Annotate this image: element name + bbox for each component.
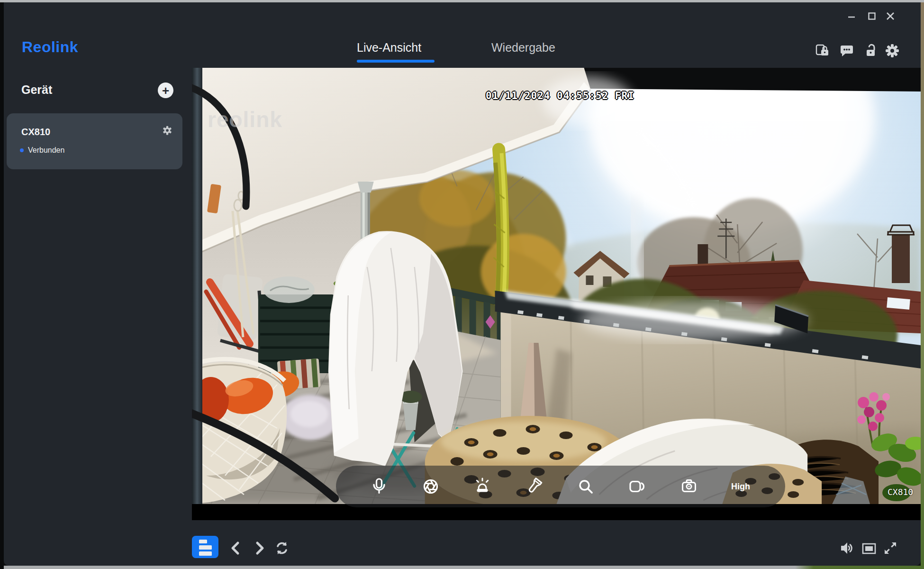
record-icon[interactable] <box>628 477 647 496</box>
minimize-button[interactable] <box>845 10 858 22</box>
status-text: Verbunden <box>28 146 64 155</box>
maximize-icon <box>867 11 877 21</box>
desktop-edge-bottom <box>4 566 924 569</box>
device-settings-button[interactable] <box>163 126 172 135</box>
reolink-logo: Reolink <box>22 38 78 56</box>
reolink-watermark: reolink <box>208 107 282 132</box>
unlock-icon <box>863 43 878 58</box>
desktop-edge-right <box>921 2 924 566</box>
feedback-icon <box>839 43 854 58</box>
chevron-right-icon <box>252 541 266 555</box>
zoom-icon[interactable] <box>576 477 595 496</box>
refresh-button[interactable] <box>274 541 289 555</box>
microphone-icon[interactable] <box>370 477 389 496</box>
spotlight-icon[interactable] <box>525 477 544 496</box>
camera-name-label: CX810 <box>888 487 913 497</box>
osd-timestamp: 01/11/2024 04:55:52 FRI <box>486 90 634 101</box>
device-name: CX810 <box>21 127 50 138</box>
settings-button[interactable] <box>885 43 900 58</box>
device-card[interactable]: CX810 Verbunden <box>7 113 182 169</box>
video-control-bar: High <box>336 466 785 507</box>
volume-icon <box>840 541 854 555</box>
fullscreen-icon <box>883 541 897 555</box>
secure-media-icon <box>815 43 830 58</box>
app-window: Reolink Live-Ansicht Wiedergabe <box>4 2 921 566</box>
secure-media-button[interactable] <box>815 43 830 58</box>
aspect-ratio-icon <box>862 541 876 556</box>
tab-live-view[interactable]: Live-Ansicht <box>357 41 421 55</box>
layout-view-button[interactable] <box>192 536 218 558</box>
gear-icon <box>163 126 172 135</box>
previous-page-button[interactable] <box>229 541 243 555</box>
active-tab-underline <box>357 60 435 63</box>
siren-icon[interactable] <box>473 477 492 496</box>
minimize-icon <box>846 11 857 21</box>
shutter-icon[interactable] <box>421 477 440 496</box>
next-page-button[interactable] <box>252 541 266 555</box>
sidebar-title-device: Gerät <box>21 83 52 97</box>
feedback-button[interactable] <box>839 43 854 58</box>
maximize-button[interactable] <box>866 10 878 22</box>
desktop-edge-left <box>0 2 4 569</box>
snapshot-icon[interactable] <box>679 477 698 496</box>
fullscreen-button[interactable] <box>883 541 897 555</box>
volume-button[interactable] <box>840 541 854 555</box>
chevron-left-icon <box>229 541 243 555</box>
aspect-ratio-button[interactable] <box>862 541 876 556</box>
quality-selector[interactable]: High <box>731 482 750 492</box>
camera-scene <box>192 68 921 504</box>
close-button[interactable] <box>884 10 897 22</box>
add-device-button[interactable]: + <box>158 83 173 98</box>
status-dot <box>20 148 24 152</box>
device-status: Verbunden <box>20 146 64 155</box>
tab-playback[interactable]: Wiedergabe <box>491 41 555 55</box>
live-video-pane[interactable]: reolink 01/11/2024 04:55:52 FRI CX810 <box>192 68 921 520</box>
close-icon <box>885 11 896 21</box>
layout-icon <box>192 536 218 558</box>
refresh-icon <box>274 541 290 556</box>
settings-icon <box>885 43 900 58</box>
unlock-button[interactable] <box>863 43 878 58</box>
